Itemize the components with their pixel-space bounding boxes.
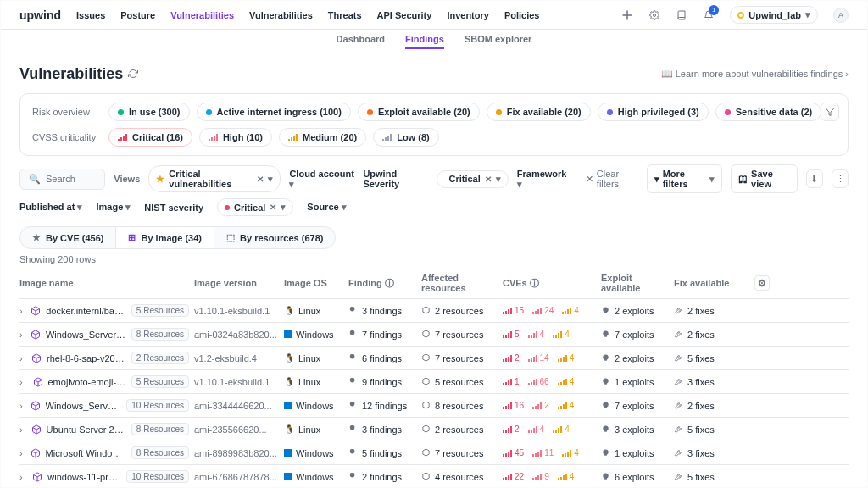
nav-issues[interactable]: Issues xyxy=(76,10,105,20)
table-row[interactable]: ›emojivoto-emoji-svc5 Resources v1.10.1-… xyxy=(19,370,849,394)
more-filters-button[interactable]: ▾ More filters ▾ xyxy=(647,164,722,193)
search-icon: 🔍 xyxy=(29,174,41,185)
resource-badge: 8 Resources xyxy=(131,328,189,341)
book-icon[interactable] xyxy=(676,9,687,21)
table-settings-icon[interactable]: ⚙ xyxy=(754,275,770,291)
group-tab[interactable]: ⊞By image (34) xyxy=(115,226,214,249)
col-exploit[interactable]: Exploit available xyxy=(601,273,669,293)
nav-posture[interactable]: Posture xyxy=(120,10,155,20)
filter-framework[interactable]: Framework ▾ xyxy=(517,169,569,190)
risk-chip[interactable]: Sensitive data (2) xyxy=(715,103,821,121)
search-input[interactable]: 🔍Search xyxy=(19,169,105,190)
group-tab[interactable]: ★By CVE (456) xyxy=(19,226,116,249)
cvss-chip[interactable]: Medium (20) xyxy=(279,128,366,147)
clear-filters[interactable]: ✕ Clear filters xyxy=(586,169,638,189)
notification-badge: 1 xyxy=(709,5,719,15)
svg-point-15 xyxy=(603,473,608,478)
risk-chip[interactable]: High privileged (3) xyxy=(598,103,709,121)
filter-panel: Risk overview In use (300)Active interne… xyxy=(19,93,849,156)
table-row[interactable]: ›Microsoft Windows Server 2...8 Resource… xyxy=(19,441,849,465)
table-row[interactable]: ›rhel-8-6-sap-v202410092 Resources v1.2-… xyxy=(19,347,849,370)
nav-api-security[interactable]: API Security xyxy=(377,10,432,20)
chevron-right-icon[interactable]: › xyxy=(19,448,25,458)
cvss-chip[interactable]: Critical (16) xyxy=(108,128,192,147)
risk-chip[interactable]: Exploit available (20) xyxy=(358,103,480,121)
nist-critical-pill[interactable]: Critical✕▾ xyxy=(217,198,293,216)
col-fix[interactable]: Fix available xyxy=(674,278,737,288)
filter-published-at[interactable]: Published at ▾ xyxy=(19,202,82,213)
refresh-icon[interactable] xyxy=(128,69,140,80)
chevron-right-icon[interactable]: › xyxy=(19,306,25,316)
chevron-right-icon[interactable]: › xyxy=(19,330,25,340)
filter-upwind-severity[interactable]: Upwind Severity xyxy=(363,169,428,189)
col-affected[interactable]: Affected resources xyxy=(421,273,498,293)
cvss-chip[interactable]: High (10) xyxy=(199,128,272,147)
nav-vulnerabilities[interactable]: Vulnerabilities xyxy=(249,10,313,20)
chevron-right-icon[interactable]: › xyxy=(19,377,28,387)
svg-point-0 xyxy=(654,14,656,16)
nav-inventory[interactable]: Inventory xyxy=(447,10,489,20)
bell-icon[interactable]: 1 xyxy=(703,9,715,21)
svg-rect-4 xyxy=(604,336,607,337)
resource-badge: 2 Resources xyxy=(131,352,189,364)
views-label: Views xyxy=(114,174,140,184)
svg-rect-6 xyxy=(604,359,607,361)
save-view-button[interactable]: 🕮 Save view xyxy=(731,164,798,193)
chevron-right-icon[interactable]: › xyxy=(19,472,27,482)
more-icon[interactable]: ⋮ xyxy=(832,169,849,188)
close-icon[interactable]: ✕ xyxy=(257,175,264,184)
svg-rect-2 xyxy=(604,312,607,313)
resource-badge: 8 Resources xyxy=(131,446,189,459)
view-pill[interactable]: ★Critical vulnerabilities✕▾ xyxy=(148,165,281,192)
gear-icon[interactable] xyxy=(648,9,660,21)
svg-point-5 xyxy=(603,354,608,359)
brand-logo: upwind xyxy=(19,8,61,22)
col-cves[interactable]: CVEs ⓘ xyxy=(503,277,596,290)
col-image-version[interactable]: Image version xyxy=(194,278,279,288)
svg-rect-8 xyxy=(604,383,607,385)
severity-critical-pill[interactable]: Critical✕▾ xyxy=(437,170,508,188)
top-nav: upwind IssuesPostureVulnerabilitiesVulne… xyxy=(1,1,867,30)
row-count: Showing 200 rows xyxy=(19,254,849,264)
table-row[interactable]: ›Ubuntu Server 24.04 LTS8 Resources ami-… xyxy=(19,418,849,441)
findings-table: Image name Image version Image OS Findin… xyxy=(19,268,849,488)
nav-vulnerabilities[interactable]: Vulnerabilities xyxy=(170,10,234,20)
close-icon[interactable]: ✕ xyxy=(485,175,492,184)
filter-source[interactable]: Source ▾ xyxy=(307,202,346,213)
filter-image[interactable]: Image ▾ xyxy=(96,202,131,213)
col-image-os[interactable]: Image OS xyxy=(284,278,343,288)
close-icon[interactable]: ✕ xyxy=(270,202,276,212)
filter-nist-severity[interactable]: NIST severity xyxy=(144,202,203,213)
risk-chip[interactable]: In use (300) xyxy=(108,103,190,121)
funnel-icon[interactable] xyxy=(821,103,839,121)
tab-sbom-explorer[interactable]: SBOM explorer xyxy=(465,34,531,49)
plus-icon[interactable] xyxy=(621,9,633,21)
table-row[interactable]: ›Windows_Server-2019-En...10 Resources a… xyxy=(19,394,849,418)
learn-more-link[interactable]: 📖 Learn more about vulnerabilities findi… xyxy=(661,69,849,80)
chevron-right-icon[interactable]: › xyxy=(19,424,26,435)
sub-nav: DashboardFindingsSBOM explorer xyxy=(1,30,867,53)
tab-findings[interactable]: Findings xyxy=(405,34,444,49)
svg-rect-14 xyxy=(604,454,607,456)
org-switcher[interactable]: Upwind_lab▾ xyxy=(730,6,818,24)
nav-policies[interactable]: Policies xyxy=(504,10,540,20)
filter-cloud-account[interactable]: Cloud account ▾ xyxy=(289,169,354,190)
col-image-name[interactable]: Image name xyxy=(19,278,189,288)
chevron-right-icon[interactable]: › xyxy=(19,353,26,363)
chevron-right-icon[interactable]: › xyxy=(19,401,25,411)
table-row[interactable]: ›Windows_Server-2022-En...8 Resources am… xyxy=(19,323,849,347)
group-tab[interactable]: ⬚By resources (678) xyxy=(214,226,336,249)
cvss-label: CVSS criticality xyxy=(32,132,100,142)
cvss-chip[interactable]: Low (8) xyxy=(373,128,439,147)
tab-dashboard[interactable]: Dashboard xyxy=(337,34,385,49)
download-icon[interactable]: ⬇ xyxy=(806,169,823,188)
nav-threats[interactable]: Threats xyxy=(328,10,362,20)
risk-chip[interactable]: Fix available (20) xyxy=(487,103,591,121)
svg-point-7 xyxy=(603,378,608,383)
risk-chip[interactable]: Active internet ingress (100) xyxy=(197,103,351,121)
table-row[interactable]: ›docker.internl/backend/m...5 Resources … xyxy=(19,299,849,323)
avatar[interactable]: A xyxy=(833,8,849,23)
table-row[interactable]: ›windows-11-pro-v210 Resources ami-67686… xyxy=(19,465,849,488)
svg-point-13 xyxy=(603,449,608,454)
col-finding[interactable]: Finding ⓘ xyxy=(348,277,416,290)
